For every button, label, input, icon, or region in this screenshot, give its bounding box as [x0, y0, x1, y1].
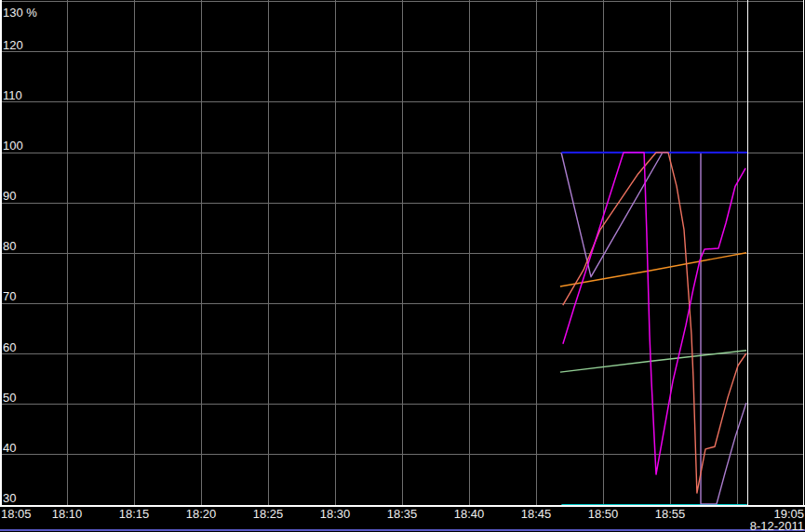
x-axis-label: 18:20 [186, 507, 217, 521]
x-axis-label: 18:40 [454, 507, 485, 521]
x-axis-label: 18:35 [387, 507, 418, 521]
x-axis-label: 18:50 [588, 507, 619, 521]
trend-monitor-window: 130 %1201101009080706050403018:0518:1018… [0, 0, 805, 532]
x-axis-label: 18:45 [521, 507, 552, 521]
plot-area[interactable] [0, 0, 804, 505]
trend-chart: 130 %1201101009080706050403018:0518:1018… [0, 0, 805, 532]
x-axis-label: 18:05 [1, 507, 32, 521]
x-axis-label: 18:25 [253, 507, 284, 521]
date-label: 8-12-2011 [750, 519, 804, 532]
x-axis-label: 18:15 [119, 507, 150, 521]
x-axis-label: 18:55 [655, 507, 686, 521]
x-axis-label: 18:10 [52, 507, 83, 521]
x-axis-label: 18:30 [320, 507, 351, 521]
window-edge-strip [0, 529, 805, 532]
